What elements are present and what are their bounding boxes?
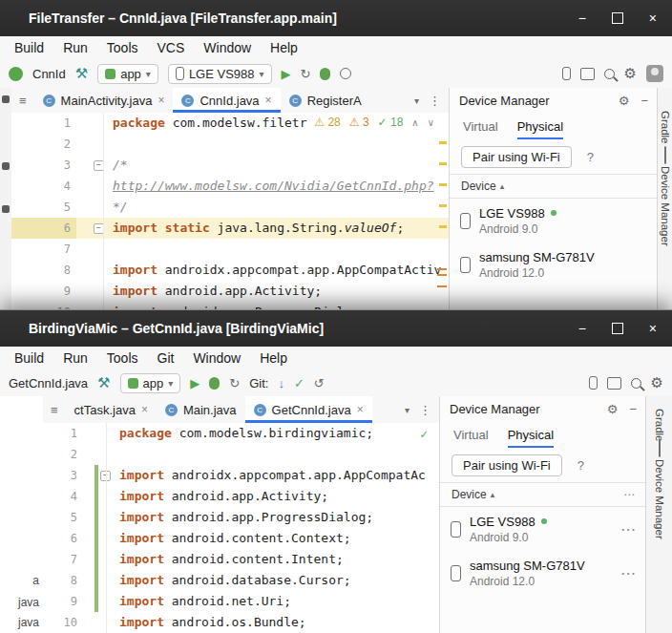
- code-line[interactable]: 5import android.app.ProgressDialog;: [43, 507, 439, 528]
- tool-window-icon[interactable]: [2, 162, 10, 170]
- git-update-icon[interactable]: ↓: [278, 376, 284, 390]
- build-hammer-icon[interactable]: ⚒: [97, 374, 110, 391]
- code-line[interactable]: 6−import static java.lang.String.valueOf…: [11, 218, 449, 239]
- next-issue-icon[interactable]: ∨: [428, 117, 434, 128]
- sidebar-tab-gradle[interactable]: Gradle: [654, 409, 665, 442]
- tab-main-java[interactable]: C Main.java: [157, 396, 245, 423]
- sidebar-tab-device-manager[interactable]: Device Manager: [654, 459, 665, 539]
- help-icon[interactable]: ?: [578, 458, 584, 473]
- line-number[interactable]: 4: [11, 176, 76, 197]
- close-tab-icon[interactable]: ×: [158, 94, 164, 107]
- tab-virtual[interactable]: Virtual: [453, 428, 489, 448]
- sidebar-tab-device-manager[interactable]: Device Manager: [660, 166, 671, 246]
- inspections-widget[interactable]: ⚠ 28 ⚠ 3 ✓ 18 ∧ ∨: [311, 116, 437, 129]
- tab-list-icon[interactable]: ≡: [11, 94, 34, 108]
- menu-help[interactable]: Help: [261, 40, 307, 55]
- device-row[interactable]: samsung SM-G781V Android 12.0 ⋯: [440, 551, 646, 595]
- tab-connecttask-java[interactable]: ctTask.java ×: [66, 396, 157, 423]
- menu-tools[interactable]: Tools: [97, 350, 148, 366]
- tool-window-icon[interactable]: [2, 95, 10, 103]
- hidden-tabs-chevron-icon[interactable]: ▾: [405, 405, 410, 415]
- panel-minimize-icon[interactable]: −: [629, 402, 637, 416]
- line-number[interactable]: 1: [11, 113, 76, 134]
- menu-run[interactable]: Run: [53, 40, 97, 55]
- code-line[interactable]: 7: [11, 239, 449, 260]
- maximize-button[interactable]: [612, 12, 623, 24]
- maximize-button[interactable]: [612, 323, 623, 334]
- device-column-header[interactable]: Device: [461, 179, 496, 193]
- device-manager-icon[interactable]: [562, 67, 571, 80]
- warning-stripe-mark[interactable]: [439, 204, 447, 207]
- debug-button[interactable]: [209, 377, 220, 390]
- code-line[interactable]: 3−/*: [11, 155, 449, 176]
- tab-getcnnid-java[interactable]: C GetCnnId.java ×: [245, 396, 372, 423]
- line-number[interactable]: 9: [11, 281, 76, 302]
- settings-gear-icon[interactable]: ⚙: [651, 374, 663, 391]
- code-line[interactable]: 6import android.content.Context;: [43, 528, 439, 549]
- warning-stripe-mark[interactable]: [439, 225, 447, 228]
- git-rollback-icon[interactable]: ↺: [314, 376, 325, 390]
- line-number[interactable]: 3: [11, 155, 76, 176]
- line-number[interactable]: 1: [43, 423, 83, 444]
- sidebar-tab-gradle[interactable]: Gradle: [660, 111, 671, 144]
- line-number[interactable]: 3: [43, 465, 83, 486]
- warning-stripe-mark-orange[interactable]: [437, 274, 447, 276]
- line-number[interactable]: 4: [43, 486, 83, 507]
- breadcrumb[interactable]: GetCnnId.java: [9, 376, 88, 390]
- search-icon[interactable]: [631, 378, 641, 389]
- column-more-icon[interactable]: ⋯: [623, 488, 635, 501]
- close-tab-icon[interactable]: ×: [265, 94, 272, 107]
- prev-issue-icon[interactable]: ∧: [411, 117, 418, 128]
- close-tab-icon[interactable]: ×: [141, 403, 148, 416]
- minimize-button[interactable]: −: [578, 321, 586, 336]
- row-more-icon[interactable]: ⋯: [620, 520, 636, 538]
- line-number[interactable]: 2: [43, 444, 83, 465]
- run-button[interactable]: ▶: [282, 67, 291, 81]
- menu-git[interactable]: Git: [148, 350, 184, 366]
- pair-wifi-button[interactable]: Pair using Wi-Fi: [461, 146, 572, 168]
- menu-vcs[interactable]: VCS: [148, 40, 195, 55]
- close-button[interactable]: ×: [649, 321, 657, 336]
- tab-list-icon[interactable]: ≡: [43, 403, 66, 417]
- titlebar[interactable]: BirdingViaMic – GetCnnId.java [BirdingVi…: [0, 310, 672, 347]
- tab-virtual[interactable]: Virtual: [463, 119, 498, 139]
- line-number[interactable]: 7: [43, 549, 83, 570]
- tab-physical[interactable]: Physical: [517, 119, 563, 139]
- run-config-select[interactable]: app ▾: [120, 373, 181, 393]
- build-hammer-icon[interactable]: ⚒: [75, 65, 88, 82]
- panel-gear-icon[interactable]: ⚙: [607, 402, 619, 416]
- logcat-icon[interactable]: [580, 68, 595, 80]
- project-file-fragment[interactable]: java: [0, 596, 42, 609]
- help-icon[interactable]: ?: [587, 150, 594, 164]
- code-line[interactable]: 9import android.net.Uri;: [43, 591, 439, 612]
- code-line[interactable]: 4http://www.modelsw.com/Nvidia/GetCnnId.…: [11, 176, 449, 197]
- menu-build[interactable]: Build: [5, 40, 53, 55]
- close-tab-icon[interactable]: ×: [357, 403, 364, 416]
- warning-stripe-mark[interactable]: [439, 162, 447, 165]
- hidden-tabs-chevron-icon[interactable]: ▾: [414, 95, 419, 106]
- code-line[interactable]: 9import android.app.Activity;: [11, 281, 449, 302]
- tab-registeractivity-java[interactable]: C RegisterA: [281, 88, 370, 113]
- profiler-icon[interactable]: [340, 68, 351, 79]
- project-panel-edge[interactable]: a java java a: [0, 396, 44, 633]
- line-number[interactable]: 8: [43, 570, 83, 591]
- tab-physical[interactable]: Physical: [508, 428, 554, 448]
- menu-build[interactable]: Build: [5, 350, 53, 366]
- code-line[interactable]: 5*/: [11, 197, 449, 218]
- code-line[interactable]: 4import android.app.Activity;: [43, 486, 439, 507]
- tab-options-icon[interactable]: ⋮: [429, 94, 441, 108]
- device-manager-icon[interactable]: [589, 376, 598, 390]
- menu-run[interactable]: Run: [53, 350, 97, 366]
- minimize-button[interactable]: −: [578, 11, 586, 26]
- code-line[interactable]: 8import androidx.appcompat.app.AppCompat…: [11, 260, 449, 281]
- settings-gear-icon[interactable]: ⚙: [624, 65, 637, 82]
- code-line[interactable]: 10import android.app.ProgressDialog;: [11, 302, 449, 310]
- tool-window-icon[interactable]: [2, 205, 10, 213]
- device-row[interactable]: LGE VS988 Android 9.0 ⋯: [440, 507, 646, 551]
- logcat-icon[interactable]: [607, 377, 621, 390]
- menu-help[interactable]: Help: [250, 350, 297, 366]
- code-line[interactable]: 8import android.database.Cursor;: [43, 570, 439, 591]
- line-number[interactable]: 5: [11, 197, 76, 218]
- line-number[interactable]: 8: [11, 260, 76, 281]
- code-line[interactable]: 2: [11, 134, 449, 155]
